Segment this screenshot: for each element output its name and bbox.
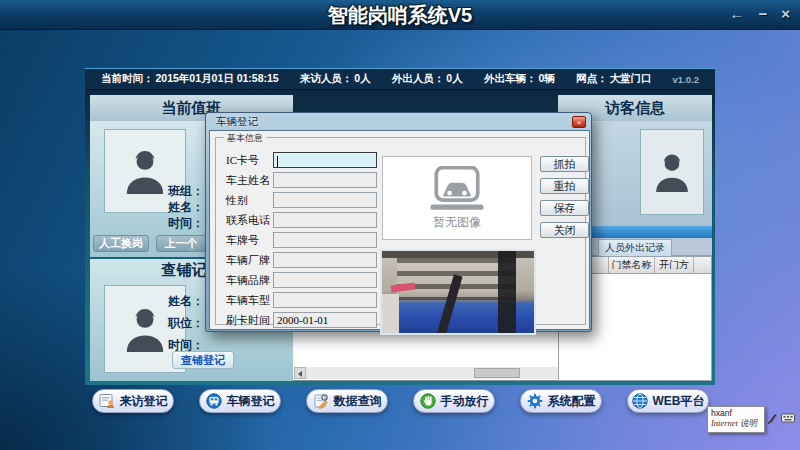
app-titlebar: 智能岗哨系统V5 [0, 0, 800, 30]
status-current-time: 当前时间：2015年01月01日 01:58:15 [101, 72, 279, 86]
close-icon: × [577, 118, 582, 127]
field-row-manufacturer: 车辆厂牌 [216, 252, 386, 269]
ic-card-label: IC卡号 [226, 153, 259, 168]
records-col-door-name: 门禁名称 [609, 257, 655, 273]
gender-input[interactable] [273, 192, 377, 208]
field-row-swipe-time: 刷卡时间 2000-01-01 [216, 312, 386, 329]
avatar-icon [122, 145, 168, 197]
capture-button[interactable]: 抓拍 [540, 156, 589, 172]
desktop: 智能岗哨系统V5 ← − × 当前时间：2015年01月01日 01:58:15… [0, 0, 800, 450]
close-icon[interactable]: × [781, 4, 790, 24]
field-row-gender: 性别 [216, 192, 386, 209]
retake-button[interactable]: 重拍 [540, 178, 589, 194]
vehicle-registration-dialog: 车辆登记 × 基本信息 IC卡号 车主姓名 性别 联系电话 [205, 112, 592, 332]
web-platform-button[interactable]: WEB平台 [627, 389, 709, 413]
owner-name-input[interactable] [273, 172, 377, 188]
field-row-phone: 联系电话 [216, 212, 386, 229]
avatar-icon [122, 303, 168, 355]
status-visitor-count: 来访人员：0人 [300, 72, 371, 86]
visitor-photo [640, 129, 704, 215]
ic-card-input[interactable] [273, 152, 377, 168]
plate-label: 车牌号 [226, 233, 259, 248]
status-bar: 当前时间：2015年01月01日 01:58:15 来访人员：0人 外出人员：0… [85, 68, 715, 90]
feed-decor [382, 294, 399, 333]
owner-name-label: 车主姓名 [226, 173, 270, 188]
basic-info-groupbox: 基本信息 IC卡号 车主姓名 性别 联系电话 车 [215, 137, 586, 325]
ime-subtitle: Internet 说明 [711, 418, 761, 428]
data-query-icon [313, 393, 329, 409]
manual-release-icon [420, 393, 436, 409]
field-row-plate: 车牌号 [216, 232, 386, 249]
no-image-text: 暂无图像 [433, 214, 481, 231]
basic-info-label: 基本信息 [224, 132, 266, 145]
capture-preview-box: 暂无图像 [382, 156, 532, 240]
duty-field-name: 姓名： [168, 199, 204, 216]
dialog-close-button[interactable]: × [572, 116, 586, 128]
system-config-button[interactable]: 系统配置 [520, 389, 602, 413]
car-placeholder-icon [420, 166, 494, 212]
previous-button[interactable]: 上一个 [156, 235, 206, 252]
plate-input[interactable] [273, 232, 377, 248]
swipe-time-input[interactable]: 2000-01-01 [273, 312, 377, 328]
brand-label: 车辆品牌 [226, 273, 270, 288]
dialog-title: 车辆登记 [216, 115, 258, 129]
duty-field-group: 班组： [168, 183, 204, 200]
camera-feed [380, 249, 536, 335]
ime-toolbar [767, 412, 800, 424]
field-row-model: 车辆车型 [216, 292, 386, 309]
scroll-left-arrow[interactable] [294, 367, 306, 379]
records-col-spacer [694, 257, 711, 273]
field-row-owner-name: 车主姓名 [216, 172, 386, 189]
patrol-register-button[interactable]: 查铺登记 [172, 351, 234, 369]
ime-tooltip: hxanf Internet 说明 [707, 406, 765, 433]
version-label: v1.0.2 [673, 74, 699, 85]
window-controls: ← − × [729, 4, 790, 24]
duty-field-time: 时间： [168, 215, 204, 232]
patrol-field-position: 职位： [168, 315, 204, 332]
phone-label: 联系电话 [226, 213, 270, 228]
field-row-brand: 车辆品牌 [216, 272, 386, 289]
manual-release-button[interactable]: 手动放行 [413, 389, 495, 413]
field-row-ic-card: IC卡号 [216, 152, 386, 169]
manufacturer-label: 车辆厂牌 [226, 253, 270, 268]
dialog-body: 基本信息 IC卡号 车主姓名 性别 联系电话 车 [209, 130, 590, 330]
avatar-icon [652, 149, 692, 195]
visitor-register-button[interactable]: 来访登记 [92, 389, 174, 413]
app-title: 智能岗哨系统V5 [0, 0, 800, 30]
model-label: 车辆车型 [226, 293, 270, 308]
vehicle-register-button[interactable]: 车辆登记 [199, 389, 281, 413]
status-site: 网点：大堂门口 [576, 72, 652, 86]
brand-input[interactable] [273, 272, 377, 288]
minimize-icon[interactable]: − [758, 4, 767, 24]
tab-personnel-out-records[interactable]: 人员外出记录 [598, 239, 672, 256]
gender-label: 性别 [226, 193, 248, 208]
status-out-person-count: 外出人员：0人 [392, 72, 463, 86]
phone-input[interactable] [273, 212, 377, 228]
data-query-button[interactable]: 数据查询 [306, 389, 388, 413]
ime-name: hxanf [711, 408, 761, 418]
pen-icon[interactable] [767, 412, 777, 424]
gear-icon [527, 393, 543, 409]
keyboard-icon[interactable] [781, 412, 795, 424]
manufacturer-input[interactable] [273, 252, 377, 268]
save-button[interactable]: 保存 [540, 200, 589, 216]
status-out-vehicle-count: 外出车辆：0辆 [484, 72, 555, 86]
swipe-time-label: 刷卡时间 [226, 313, 270, 328]
text-caret [277, 156, 278, 167]
visitor-register-icon [99, 393, 115, 409]
vehicle-register-icon [206, 393, 222, 409]
scroll-thumb[interactable] [474, 368, 520, 378]
feed-decor [498, 251, 516, 333]
model-input[interactable] [273, 292, 377, 308]
globe-icon [632, 393, 648, 409]
records-col-door-direction: 开门方向 [655, 257, 694, 273]
close-button[interactable]: 关闭 [540, 222, 589, 238]
manual-shift-button[interactable]: 人工换岗 [93, 235, 149, 252]
patrol-field-name: 姓名： [168, 293, 204, 310]
back-icon[interactable]: ← [729, 4, 744, 24]
